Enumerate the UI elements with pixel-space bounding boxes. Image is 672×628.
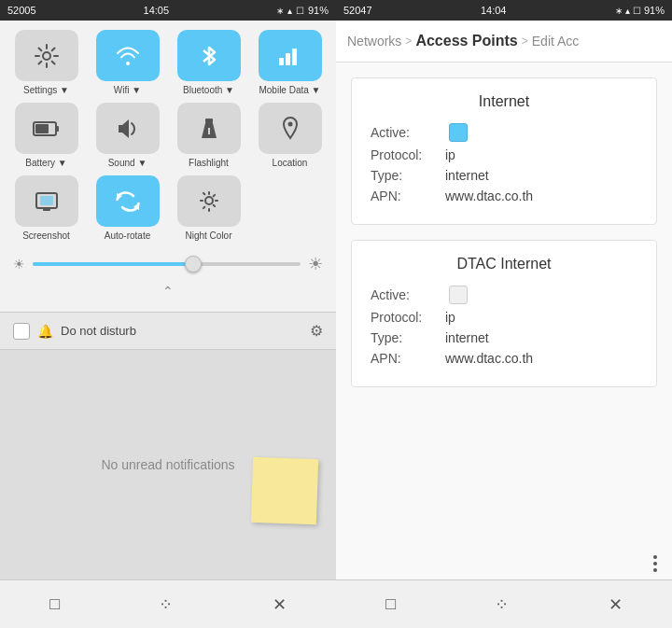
bluetooth-icon-right: ∗: [615, 6, 623, 16]
breadcrumb-bar: Networks > Access Points > Edit Acc: [336, 21, 672, 63]
wifi-label: Wifi ▼: [114, 85, 141, 95]
battery-button[interactable]: [15, 103, 78, 154]
breadcrumb-sep1: >: [405, 35, 412, 48]
control-wifi: Wifi ▼: [91, 30, 164, 95]
brightness-slider[interactable]: [33, 262, 301, 266]
svg-rect-7: [35, 124, 49, 133]
control-location: Location: [253, 103, 327, 168]
control-sound: Sound ▼: [91, 103, 164, 168]
apn-type-value-internet: internet: [445, 168, 489, 183]
wifi-button[interactable]: [96, 30, 160, 81]
more-button-area: [336, 548, 672, 579]
control-flashlight: Flashlight: [172, 103, 245, 168]
controls-grid: Settings ▼ Wifi ▼ Blueto: [9, 30, 327, 241]
brightness-thumb[interactable]: [185, 256, 202, 272]
dnd-label: Do not disturb: [61, 324, 302, 338]
sticky-note: [251, 457, 318, 524]
status-left-info: 52005: [7, 5, 36, 16]
dnd-checkbox[interactable]: [13, 323, 30, 340]
settings-button[interactable]: [15, 30, 78, 81]
apn-active-label-dtac: Active:: [371, 287, 445, 302]
nav-close-left[interactable]: ✕: [258, 587, 301, 622]
apn-card-dtac[interactable]: DTAC Internet Active: Protocol: ip Type:…: [351, 240, 657, 387]
apn-card-internet[interactable]: Internet Active: Protocol: ip Type: inte…: [351, 77, 657, 225]
time-left: 14:05: [144, 5, 170, 16]
apn-title-internet: Internet: [371, 93, 637, 110]
expand-chevron[interactable]: ⌃: [9, 280, 327, 302]
wifi-icon-right: ▴: [625, 6, 630, 16]
svg-rect-6: [56, 126, 59, 132]
apn-apn-value-dtac: www.dtac.co.th: [445, 351, 533, 366]
svg-rect-8: [205, 119, 213, 123]
location-button[interactable]: [259, 103, 322, 154]
apn-apn-label-dtac: APN:: [371, 351, 445, 366]
svg-rect-4: [299, 45, 301, 48]
autorotate-button[interactable]: [96, 175, 160, 227]
notif-settings-icon[interactable]: ⚙: [310, 322, 323, 340]
battery-label: Battery ▼: [25, 158, 66, 168]
bluetooth-button[interactable]: [177, 30, 241, 81]
brightness-row: ☀ ☀: [9, 248, 327, 280]
status-right-info-left: ∗ ▴ ☐ 91%: [276, 5, 329, 16]
apn-protocol-label: Protocol:: [371, 147, 445, 162]
control-nightcolor: Night Color: [172, 175, 245, 241]
svg-point-0: [43, 52, 50, 60]
battery-pct-left: 91%: [308, 5, 329, 16]
left-panel: 52005 14:05 ∗ ▴ ☐ 91% Settings ▼: [0, 0, 336, 628]
mobiledata-button[interactable]: [259, 30, 322, 81]
control-screenshot: Screenshot: [9, 175, 83, 241]
more-dot-1: [653, 555, 657, 559]
control-battery: Battery ▼: [9, 103, 83, 168]
screenshot-label: Screenshot: [22, 230, 70, 241]
bluetooth-label: Bluetooth ▼: [183, 85, 234, 95]
nav-dots-right[interactable]: ⁘: [480, 587, 524, 622]
svg-point-11: [287, 121, 292, 126]
more-dot-3: [653, 568, 657, 572]
nav-dots-left[interactable]: ⁘: [144, 587, 188, 622]
settings-label: Settings ▼: [23, 85, 69, 95]
svg-rect-13: [40, 196, 53, 205]
nav-square-left[interactable]: □: [35, 587, 75, 621]
sound-label: Sound ▼: [108, 158, 147, 168]
brightness-low-icon: ☀: [13, 257, 25, 272]
time-right: 14:04: [481, 5, 507, 16]
apn-list: Internet Active: Protocol: ip Type: inte…: [336, 63, 672, 548]
apn-type-label-dtac: Type:: [371, 330, 445, 345]
control-bluetooth: Bluetooth ▼: [172, 30, 245, 95]
quick-controls: Settings ▼ Wifi ▼ Blueto: [0, 21, 336, 312]
dnd-bell-icon: 🔔: [37, 324, 53, 339]
battery-icon-right: ☐: [633, 6, 641, 16]
apn-apn-field-internet: APN: www.dtac.co.th: [371, 188, 637, 203]
carrier-left: 52005: [7, 5, 36, 16]
breadcrumb-networks[interactable]: Networks: [347, 34, 401, 49]
apn-protocol-field-internet: Protocol: ip: [371, 147, 637, 162]
breadcrumb-edit[interactable]: Edit Acc: [532, 34, 580, 49]
status-bar-left: 52005 14:05 ∗ ▴ ☐ 91%: [0, 0, 336, 21]
sound-button[interactable]: [96, 103, 160, 154]
more-button[interactable]: [650, 551, 661, 576]
nightcolor-button[interactable]: [177, 175, 241, 227]
brightness-high-icon: ☀: [308, 254, 323, 274]
apn-protocol-label-dtac: Protocol:: [371, 310, 445, 325]
apn-active-label: Active:: [371, 125, 445, 140]
nav-close-right[interactable]: ✕: [594, 587, 637, 622]
apn-apn-value-internet: www.dtac.co.th: [445, 188, 533, 203]
active-checkbox-internet[interactable]: [449, 123, 468, 142]
apn-protocol-field-dtac: Protocol: ip: [371, 310, 637, 325]
apn-type-field-internet: Type: internet: [371, 168, 637, 183]
flashlight-button[interactable]: [177, 103, 241, 154]
active-checkbox-dtac[interactable]: [449, 286, 468, 304]
breadcrumb-access-points[interactable]: Access Points: [415, 33, 517, 49]
screenshot-button[interactable]: [15, 175, 78, 227]
battery-icon-left: ☐: [296, 6, 304, 16]
nav-square-right[interactable]: □: [371, 587, 411, 621]
apn-apn-field-dtac: APN: www.dtac.co.th: [371, 351, 637, 366]
brightness-fill: [33, 262, 193, 266]
svg-rect-3: [292, 49, 297, 65]
more-dot-2: [653, 562, 657, 565]
svg-point-15: [205, 197, 213, 204]
apn-title-dtac: DTAC Internet: [371, 256, 637, 272]
apn-type-field-dtac: Type: internet: [371, 330, 637, 345]
status-right-icons: ∗ ▴ ☐ 91%: [615, 5, 665, 16]
apn-type-value-dtac: internet: [445, 330, 489, 345]
